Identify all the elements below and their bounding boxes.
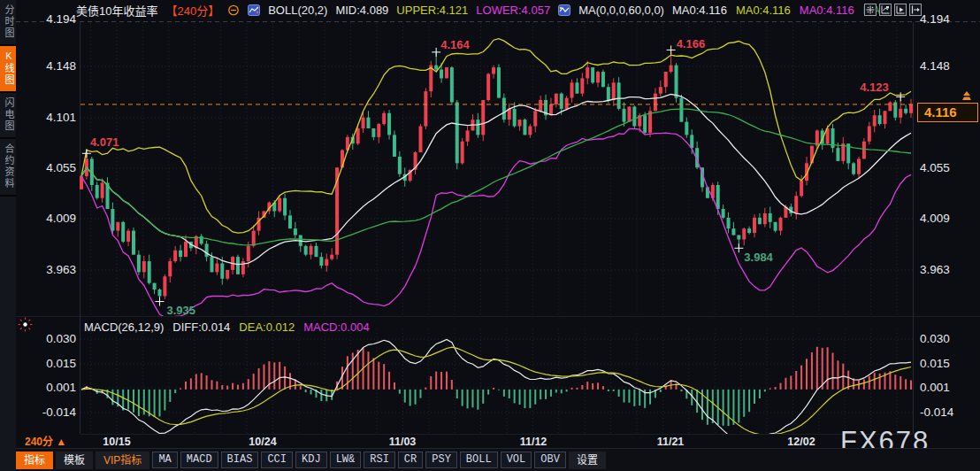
sidebar-tab-contract-info[interactable]: 合约资料	[0, 139, 16, 197]
svg-text:4.123: 4.123	[860, 81, 889, 94]
macd-header: MACD(26,12,9) DIFF:0.014 DEA:0.012 MACD:…	[84, 320, 370, 334]
svg-text:11/21: 11/21	[657, 436, 685, 448]
svg-text:4.071: 4.071	[90, 135, 119, 149]
ma-value-2: MA0:4.116	[800, 4, 854, 17]
toolbar-button-obv[interactable]: OBV	[534, 452, 566, 468]
ma-values-group: MA0:4.116MA0:4.116MA0:4.116MA	[672, 4, 880, 17]
svg-text:0.015: 0.015	[920, 357, 950, 370]
annotations-layer: 4.0713.9354.1644.1663.9844.123	[82, 37, 905, 316]
svg-text:10/15: 10/15	[103, 436, 130, 448]
toolbar-button-vip-indicators[interactable]: VIP指标	[96, 452, 149, 469]
svg-text:12/02: 12/02	[787, 436, 815, 448]
svg-text:0.015: 0.015	[46, 357, 76, 370]
crosshair-tool-icon[interactable]	[864, 4, 877, 16]
toolbar-button-indicators[interactable]: 指标	[16, 452, 53, 469]
trading-app-window: 4.0713.9354.1644.1663.9844.1234.1944.194…	[0, 0, 980, 471]
boll-indicator-icon	[248, 4, 260, 16]
toolbar-button-rsi[interactable]: RSI	[364, 452, 395, 468]
svg-text:-0.014: -0.014	[42, 405, 77, 419]
boll-lower-value: LOWER:4.057	[476, 4, 550, 17]
svg-text:11/03: 11/03	[389, 436, 417, 448]
sidebar-tab-lightning-chart[interactable]: 闪电图	[0, 93, 16, 139]
sidebar-tab-time-share-chart[interactable]: 分时图	[0, 0, 16, 46]
boll-upper-value: UPPER:4.121	[396, 4, 468, 17]
svg-text:0.030: 0.030	[46, 332, 76, 345]
toolbar-button-boll[interactable]: BOLL	[460, 452, 498, 468]
svg-text:3.963: 3.963	[46, 263, 76, 276]
ma-value-1: MA0:4.116	[736, 4, 791, 17]
toolbar-button-lwr[interactable]: LW&	[330, 452, 362, 468]
toolbar-button-vol[interactable]: VOL	[501, 452, 532, 468]
svg-text:4.009: 4.009	[920, 212, 950, 225]
macd-dea-value: DEA:0.012	[239, 320, 295, 334]
boll-label: BOLL(20,2)	[268, 4, 327, 17]
current-price-badge: 4.116	[917, 103, 978, 122]
svg-text:3.963: 3.963	[920, 263, 950, 276]
svg-text:4.055: 4.055	[46, 161, 76, 174]
svg-text:4.148: 4.148	[46, 59, 76, 73]
footer-period-label[interactable]: 240分 ▲	[25, 433, 66, 448]
svg-text:4.055: 4.055	[920, 161, 950, 174]
toolbar-button-psy[interactable]: PSY	[425, 452, 457, 468]
svg-text:4.148: 4.148	[920, 59, 950, 73]
zoom-in-axis-icon[interactable]	[879, 4, 892, 16]
svg-text:3.935: 3.935	[166, 304, 195, 317]
macd-diff-value: DIFF:0.014	[172, 320, 230, 334]
svg-text:0.001: 0.001	[920, 381, 950, 394]
sidebar-tab-kline-chart[interactable]: K线图	[0, 46, 16, 93]
svg-text:4.164: 4.164	[440, 38, 470, 51]
ma-params-label: MA(0,0,0,60,0,0)	[578, 4, 664, 17]
svg-text:4.101: 4.101	[46, 111, 76, 124]
svg-text:0.001: 0.001	[46, 381, 76, 394]
zoom-out-axis-icon[interactable]	[894, 4, 907, 16]
period-label: 【240分】	[165, 2, 219, 19]
toolbar-button-bias[interactable]: BIAS	[221, 452, 259, 468]
chart-canvas[interactable]: 4.0713.9354.1644.1663.9844.1234.1944.194…	[0, 0, 980, 471]
macd-layer	[81, 339, 911, 443]
svg-text:10/24: 10/24	[249, 436, 276, 448]
svg-text:4.009: 4.009	[46, 212, 76, 225]
indicator-toolbar: 指标模板VIP指标MAMACDBIASCCIKDJLW&RSICRPSYBOLL…	[16, 448, 980, 471]
toolbar-button-macd[interactable]: MACD	[180, 452, 218, 468]
collapse-minus-icon[interactable]	[227, 4, 240, 16]
toolbar-button-templates[interactable]: 模板	[56, 452, 93, 469]
indicator-top-bar: 美债10年收益率 【240分】 BOLL(20,2) MID:4.089 UPP…	[16, 0, 980, 20]
ma-value-0: MA0:4.116	[672, 4, 727, 17]
svg-text:0.030: 0.030	[920, 332, 950, 345]
svg-text:-0.014: -0.014	[920, 405, 954, 419]
chart-tool-buttons	[864, 4, 922, 16]
macd-params-label: MACD(26,12,9)	[84, 320, 164, 334]
svg-text:4.166: 4.166	[677, 37, 706, 50]
toolbar-button-cr[interactable]: CR	[398, 452, 423, 468]
macd-macd-value: MACD:0.004	[303, 320, 369, 334]
toolbar-button-cci[interactable]: CCI	[261, 452, 293, 468]
candles-layer	[80, 50, 913, 301]
toolbar-button-kdj[interactable]: KDJ	[295, 452, 327, 468]
pan-right-icon[interactable]	[909, 4, 922, 16]
chart-type-sidebar: 分时图K线图闪电图合约资料	[0, 0, 16, 471]
svg-text:11/12: 11/12	[520, 436, 547, 448]
ma-indicator-icon	[558, 4, 570, 16]
price-up-arrow-icon	[961, 91, 973, 104]
svg-text:3.984: 3.984	[744, 251, 773, 264]
instrument-title: 美债10年收益率	[76, 2, 157, 19]
boll-mid-value: MID:4.089	[335, 4, 388, 17]
alert-sun-icon	[18, 317, 33, 335]
toolbar-button-ma[interactable]: MA	[152, 452, 177, 468]
toolbar-button-settings[interactable]: 设置	[569, 452, 606, 469]
